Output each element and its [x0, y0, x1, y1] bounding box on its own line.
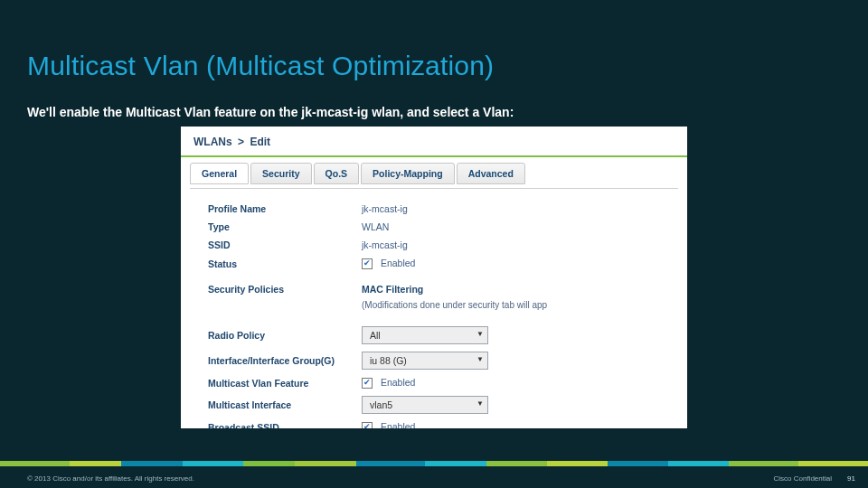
footer-confidential: Cisco Confidential [774, 474, 832, 483]
slide-title: Multicast Vlan (Multicast Optimization) [27, 51, 494, 81]
footer-color-bar [0, 461, 868, 466]
value-profile-name: jk-mcast-ig [362, 203, 660, 214]
multicast-interface-select[interactable]: vlan5 [362, 396, 488, 414]
header-divider [181, 155, 687, 157]
multicast-vlan-checkbox[interactable] [362, 378, 373, 389]
label-type: Type [208, 221, 362, 232]
security-note: (Modifications done under security tab w… [208, 298, 660, 315]
breadcrumb-root[interactable]: WLANs [193, 136, 232, 148]
broadcast-ssid-text: Enabled [381, 421, 416, 428]
label-profile-name: Profile Name [208, 203, 362, 214]
wlan-general-form: Profile Name jk-mcast-ig Type WLAN SSID … [181, 194, 687, 428]
value-type: WLAN [362, 221, 660, 232]
chevron-right-icon: > [235, 136, 247, 148]
row-type: Type WLAN [208, 218, 660, 236]
row-profile-name: Profile Name jk-mcast-ig [208, 200, 660, 218]
label-security-policies: Security Policies [208, 284, 362, 295]
tab-security[interactable]: Security [250, 163, 311, 184]
value-status: Enabled [362, 258, 660, 269]
tab-bar: General Security Qo.S Policy-Mapping Adv… [181, 163, 687, 188]
broadcast-ssid-checkbox[interactable] [362, 422, 373, 428]
multicast-vlan-text: Enabled [381, 377, 416, 388]
slide-subheading: We'll enable the Multicast Vlan feature … [27, 105, 514, 119]
tabs-divider [190, 188, 678, 189]
footer-page-number: 91 [847, 474, 855, 483]
row-interface: Interface/Interface Group(G) iu 88 (G) [208, 348, 660, 373]
tab-policy-mapping[interactable]: Policy-Mapping [361, 163, 455, 184]
label-status: Status [208, 258, 362, 269]
status-text: Enabled [381, 258, 416, 268]
tab-general[interactable]: General [190, 163, 249, 184]
tab-advanced[interactable]: Advanced [457, 163, 525, 184]
row-broadcast-ssid: Broadcast SSID Enabled [208, 418, 660, 428]
label-radio-policy: Radio Policy [208, 330, 362, 341]
row-radio-policy: Radio Policy All [208, 323, 660, 348]
wlan-edit-panel: WLANs > Edit General Security Qo.S Polic… [181, 127, 687, 428]
label-interface: Interface/Interface Group(G) [208, 355, 362, 366]
label-ssid: SSID [208, 239, 362, 250]
value-security-policies: MAC Filtering [362, 284, 660, 295]
breadcrumb-leaf: Edit [250, 136, 270, 148]
row-status: Status Enabled [208, 254, 660, 273]
status-checkbox[interactable] [362, 258, 373, 269]
row-multicast-interface: Multicast Interface vlan5 [208, 392, 660, 418]
value-ssid: jk-mcast-ig [362, 239, 660, 250]
footer-copyright: © 2013 Cisco and/or its affiliates. All … [27, 474, 194, 483]
row-ssid: SSID jk-mcast-ig [208, 236, 660, 254]
label-broadcast-ssid: Broadcast SSID [208, 422, 362, 429]
row-security-policies: Security Policies MAC Filtering [208, 280, 660, 298]
label-multicast-interface: Multicast Interface [208, 399, 362, 410]
row-multicast-vlan-feature: Multicast Vlan Feature Enabled [208, 373, 660, 392]
tab-qos[interactable]: Qo.S [314, 163, 360, 184]
interface-select[interactable]: iu 88 (G) [362, 352, 488, 370]
radio-policy-select[interactable]: All [362, 326, 488, 344]
label-multicast-vlan-feature: Multicast Vlan Feature [208, 378, 362, 389]
breadcrumb: WLANs > Edit [181, 127, 687, 155]
